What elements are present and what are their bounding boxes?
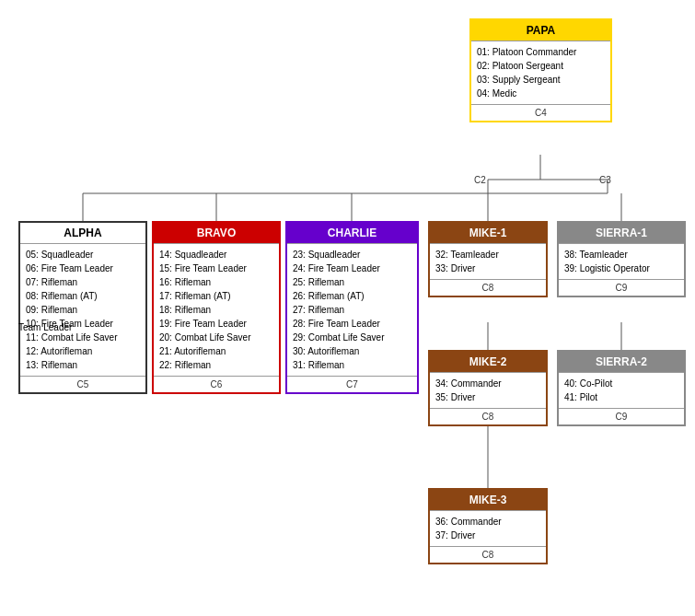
charlie-role-3: 26: Rifleman (AT) — [293, 289, 411, 303]
bravo-role-0: 14: Squadleader — [159, 248, 273, 262]
charlie-role-5: 28: Fire Team Leader — [293, 317, 411, 331]
mike1-body: 32: Teamleader 33: Driver — [430, 244, 546, 279]
alpha-role-3: 08: Rifleman (AT) — [26, 289, 140, 303]
bravo-role-7: 21: Autorifleman — [159, 344, 273, 358]
papa-role-0: 01: Platoon Commander — [477, 45, 605, 59]
alpha-role-2: 07: Rifleman — [26, 275, 140, 289]
mike1-title: MIKE-1 — [430, 223, 546, 244]
sierra2-body: 40: Co-Pilot 41: Pilot — [559, 373, 684, 408]
charlie-role-7: 30: Autorifleman — [293, 344, 411, 358]
papa-role-2: 03: Supply Sergeant — [477, 73, 605, 87]
mike2-body: 34: Commander 35: Driver — [430, 373, 546, 408]
alpha-body: 05: Squadleader 06: Fire Team Leader 07:… — [20, 244, 145, 376]
bravo-role-8: 22: Rifleman — [159, 358, 273, 372]
org-chart: PAPA 01: Platoon Commander 02: Platoon S… — [0, 0, 695, 616]
bravo-callsign: C6 — [154, 376, 279, 392]
mike3-callsign: C8 — [430, 546, 546, 563]
mike1-role-0: 32: Teamleader — [435, 248, 540, 262]
alpha-role-1: 06: Fire Team Leader — [26, 262, 140, 275]
node-mike1: MIKE-1 32: Teamleader 33: Driver C8 — [428, 221, 548, 297]
alpha-role-4: 09: Rifleman — [26, 303, 140, 317]
charlie-role-1: 24: Fire Team Leader — [293, 262, 411, 275]
mike2-role-0: 34: Commander — [435, 377, 540, 390]
charlie-role-6: 29: Combat Life Saver — [293, 331, 411, 344]
node-bravo: BRAVO 14: Squadleader 15: Fire Team Lead… — [152, 221, 281, 394]
papa-role-1: 02: Platoon Sergeant — [477, 59, 605, 73]
team-leader-label: Team Leader — [18, 322, 72, 332]
mike2-title: MIKE-2 — [430, 352, 546, 373]
sierra1-title: SIERRA-1 — [559, 223, 684, 244]
bravo-title: BRAVO — [154, 223, 279, 244]
mike1-role-1: 33: Driver — [435, 262, 540, 275]
node-sierra1: SIERRA-1 38: Teamleader 39: Logistic Ope… — [557, 221, 686, 297]
c3-label: C3 — [599, 175, 611, 185]
sierra2-callsign: C9 — [559, 408, 684, 424]
sierra2-role-1: 41: Pilot — [564, 390, 678, 404]
mike2-role-1: 35: Driver — [435, 390, 540, 404]
charlie-role-0: 23: Squadleader — [293, 248, 411, 262]
sierra2-title: SIERRA-2 — [559, 352, 684, 373]
alpha-callsign: C5 — [20, 376, 145, 392]
alpha-title: ALPHA — [20, 223, 145, 244]
mike3-role-0: 36: Commander — [435, 515, 540, 529]
node-charlie: CHARLIE 23: Squadleader 24: Fire Team Le… — [285, 221, 419, 394]
charlie-callsign: C7 — [287, 376, 417, 392]
mike3-body: 36: Commander 37: Driver — [430, 511, 546, 546]
node-sierra2: SIERRA-2 40: Co-Pilot 41: Pilot C9 — [557, 350, 686, 426]
alpha-role-8: 13: Rifleman — [26, 358, 140, 372]
mike3-title: MIKE-3 — [430, 490, 546, 511]
bravo-role-2: 16: Rifleman — [159, 275, 273, 289]
sierra2-role-0: 40: Co-Pilot — [564, 377, 678, 390]
mike3-role-1: 37: Driver — [435, 529, 540, 542]
node-alpha: ALPHA 05: Squadleader 06: Fire Team Lead… — [18, 221, 147, 394]
charlie-title: CHARLIE — [287, 223, 417, 244]
node-mike2: MIKE-2 34: Commander 35: Driver C8 — [428, 350, 548, 426]
node-mike3: MIKE-3 36: Commander 37: Driver C8 — [428, 488, 548, 564]
bravo-role-1: 15: Fire Team Leader — [159, 262, 273, 275]
bravo-body: 14: Squadleader 15: Fire Team Leader 16:… — [154, 244, 279, 376]
charlie-role-4: 27: Rifleman — [293, 303, 411, 317]
sierra1-role-0: 38: Teamleader — [564, 248, 678, 262]
alpha-role-6: 11: Combat Life Saver — [26, 331, 140, 344]
charlie-role-8: 31: Rifleman — [293, 358, 411, 372]
legend: Team Leader — [18, 322, 72, 332]
node-papa: PAPA 01: Platoon Commander 02: Platoon S… — [469, 18, 612, 122]
papa-body: 01: Platoon Commander 02: Platoon Sergea… — [471, 41, 610, 104]
charlie-body: 23: Squadleader 24: Fire Team Leader 25:… — [287, 244, 417, 376]
bravo-role-3: 17: Rifleman (AT) — [159, 289, 273, 303]
papa-role-3: 04: Medic — [477, 87, 605, 100]
mike1-callsign: C8 — [430, 279, 546, 296]
papa-title: PAPA — [471, 20, 610, 41]
sierra1-role-1: 39: Logistic Operator — [564, 262, 678, 275]
bravo-role-6: 20: Combat Life Saver — [159, 331, 273, 344]
bravo-role-4: 18: Rifleman — [159, 303, 273, 317]
papa-callsign: C4 — [471, 104, 610, 121]
charlie-role-2: 25: Rifleman — [293, 275, 411, 289]
mike2-callsign: C8 — [430, 408, 546, 424]
sierra1-body: 38: Teamleader 39: Logistic Operator — [559, 244, 684, 279]
alpha-role-7: 12: Autorifleman — [26, 344, 140, 358]
sierra1-callsign: C9 — [559, 279, 684, 296]
bravo-role-5: 19: Fire Team Leader — [159, 317, 273, 331]
c2-label: C2 — [474, 175, 486, 185]
alpha-role-0: 05: Squadleader — [26, 248, 140, 262]
